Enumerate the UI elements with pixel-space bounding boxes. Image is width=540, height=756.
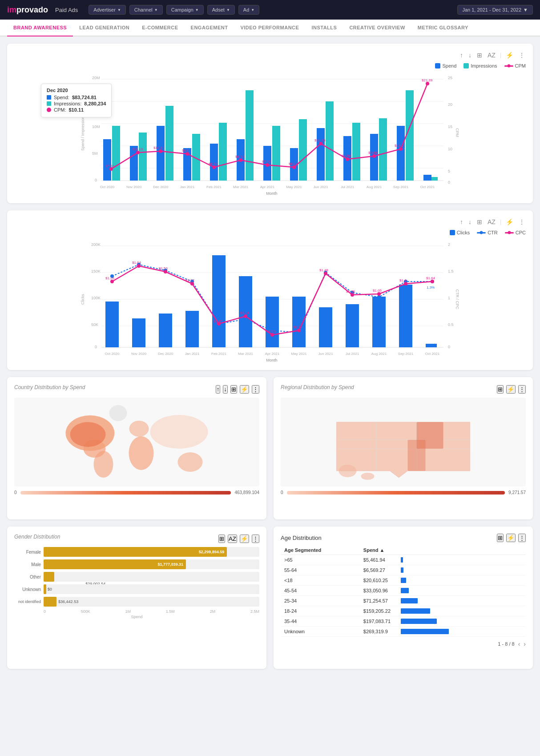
svg-point-129 (190, 282, 194, 286)
clicks-chart-card: ↑ ↓ ⊞ AZ | ⚡ ⋮ Clicks CTR CPC (7, 210, 533, 370)
chevron-down-icon: ▼ (523, 7, 528, 12)
svg-rect-38 (379, 118, 387, 181)
svg-text:1: 1 (448, 296, 450, 300)
more-button[interactable]: ⋮ (518, 51, 526, 60)
tab-video-performance[interactable]: Video Performance (234, 20, 305, 36)
svg-text:10M: 10M (92, 125, 100, 129)
svg-point-55 (426, 82, 429, 85)
chart1-tooltip: Dec 2020 Spend: $83,724.81 Impressions: … (41, 84, 112, 117)
map-row: Country Distribution by Spend ↑ ↓ ⊞ ⚡ ⋮ (7, 377, 533, 519)
legend-clicks: Clicks (450, 230, 470, 235)
tab-engagement[interactable]: Engagement (185, 20, 234, 36)
tab-metric-glossary[interactable]: Metric Glossary (411, 20, 475, 36)
world-map-export[interactable]: ⊞ (230, 385, 237, 394)
svg-rect-32 (299, 119, 307, 181)
az-sort-button[interactable]: AZ (487, 51, 496, 60)
us-map-legend: 0 9,271.57 (281, 490, 526, 495)
sort-down-button2[interactable]: ↓ (467, 217, 472, 226)
gender-chart-body: Female $2,299,894.59 Male $1,777,039.31 (14, 547, 259, 619)
svg-rect-100 (105, 302, 119, 347)
bar-spend-0 (103, 139, 111, 181)
spend-cell: $71,254.57 (360, 596, 526, 606)
svg-text:Feb 2021: Feb 2021 (206, 185, 222, 189)
svg-text:Jun 2021: Jun 2021 (318, 352, 333, 356)
svg-point-137 (404, 282, 407, 286)
impressions-legend-color (463, 63, 469, 68)
svg-text:$0.87: $0.87 (214, 319, 223, 323)
us-map-flash[interactable]: ⚡ (506, 385, 516, 394)
flash-button2[interactable]: ⚡ (505, 217, 514, 226)
gender-export[interactable]: ⊞ (218, 535, 225, 543)
tooltip-impressions-swatch (47, 101, 51, 106)
gender-more[interactable]: ⋮ (252, 535, 259, 543)
more-button2[interactable]: ⋮ (518, 217, 526, 226)
chart1-legend: Spend Impressions CPM (14, 63, 526, 68)
unknown-bar (44, 584, 46, 594)
table-row: 18-24 $159,205.22 (281, 606, 526, 616)
flash-button[interactable]: ⚡ (505, 51, 514, 60)
svg-rect-111 (399, 285, 412, 347)
sort-down-button[interactable]: ↓ (467, 51, 472, 60)
spend-col-header: Spend ▲ (360, 546, 526, 555)
us-map-export[interactable]: ⊞ (497, 385, 504, 394)
export-button[interactable]: ⊞ (476, 51, 483, 60)
ad-filter[interactable]: Ad ▼ (238, 5, 259, 15)
tab-brand-awareness[interactable]: Brand Awareness (7, 20, 73, 36)
svg-rect-39 (397, 126, 405, 181)
svg-point-136 (377, 292, 381, 296)
svg-text:$1.64: $1.64 (132, 261, 141, 265)
export-button2[interactable]: ⊞ (476, 217, 483, 226)
tab-installs[interactable]: Installs (305, 20, 343, 36)
svg-text:Oct 2021: Oct 2021 (420, 185, 435, 189)
age-export[interactable]: ⊞ (497, 534, 504, 542)
sort-up-button[interactable]: ↑ (459, 51, 464, 60)
male-bar-wrap: $1,777,039.31 (44, 559, 259, 569)
gender-chart-card: Gender Distribution ⊞ AZ ⚡ ⋮ Female $2,2… (7, 527, 266, 669)
svg-text:$21.28: $21.28 (422, 78, 433, 82)
age-flash[interactable]: ⚡ (506, 534, 516, 542)
svg-text:$9.84: $9.84 (368, 151, 378, 155)
svg-text:0.5: 0.5 (448, 322, 454, 327)
sort-up-button2[interactable]: ↑ (459, 217, 464, 226)
svg-point-44 (136, 151, 140, 154)
svg-text:$1.05: $1.05 (373, 289, 382, 293)
prev-page-button[interactable]: ‹ (518, 640, 520, 647)
svg-rect-103 (185, 311, 199, 347)
tab-e-commerce[interactable]: E-Commerce (136, 20, 184, 36)
world-map-flash[interactable]: ⚡ (240, 385, 249, 394)
gender-flash[interactable]: ⚡ (240, 535, 249, 543)
svg-text:CPM: CPM (455, 128, 459, 137)
tab-creative-overview[interactable]: Creative Overview (343, 20, 411, 36)
svg-text:Mar 2021: Mar 2021 (233, 185, 248, 189)
spend-cell: $33,050.96 (360, 586, 526, 596)
svg-point-127 (137, 264, 141, 268)
us-map-gradient (287, 491, 505, 495)
tab-lead-generation[interactable]: Lead Generation (73, 20, 136, 36)
world-map-sort-down[interactable]: ↓ (223, 385, 228, 394)
gender-row-other: Other $29,002.54 (14, 572, 259, 582)
svg-point-47 (212, 165, 216, 169)
advertiser-filter[interactable]: Advertiser ▼ (89, 5, 125, 15)
tooltip-spend-swatch (47, 95, 51, 100)
channel-filter[interactable]: Channel ▼ (129, 5, 163, 15)
tooltip-row-spend: Spend: $83,724.81 (47, 95, 106, 100)
age-bar-visual (401, 567, 403, 573)
age-more[interactable]: ⋮ (518, 534, 526, 542)
gender-az[interactable]: AZ (228, 535, 237, 543)
date-range-filter[interactable]: Jan 1, 2021 - Dec 31, 2022 ▼ (457, 5, 533, 15)
svg-text:$1.09: $1.09 (346, 290, 355, 294)
world-map-title: Country Distribution by Spend (14, 384, 85, 390)
svg-rect-20 (139, 133, 147, 181)
svg-point-54 (399, 147, 403, 151)
campaign-filter[interactable]: Campaign ▼ (166, 5, 204, 15)
svg-point-118 (244, 318, 247, 321)
adset-filter[interactable]: Adset ▼ (207, 5, 235, 15)
next-page-button[interactable]: › (524, 640, 526, 647)
az-sort-button2[interactable]: AZ (487, 217, 496, 226)
us-map-more[interactable]: ⋮ (518, 385, 526, 394)
chevron-down-icon: ▼ (117, 8, 121, 12)
world-map-sort-up[interactable]: ↑ (216, 385, 221, 394)
world-map-more[interactable]: ⋮ (252, 385, 259, 394)
gender-row-male: Male $1,777,039.31 (14, 559, 259, 569)
svg-text:$1.53: $1.53 (159, 266, 168, 270)
